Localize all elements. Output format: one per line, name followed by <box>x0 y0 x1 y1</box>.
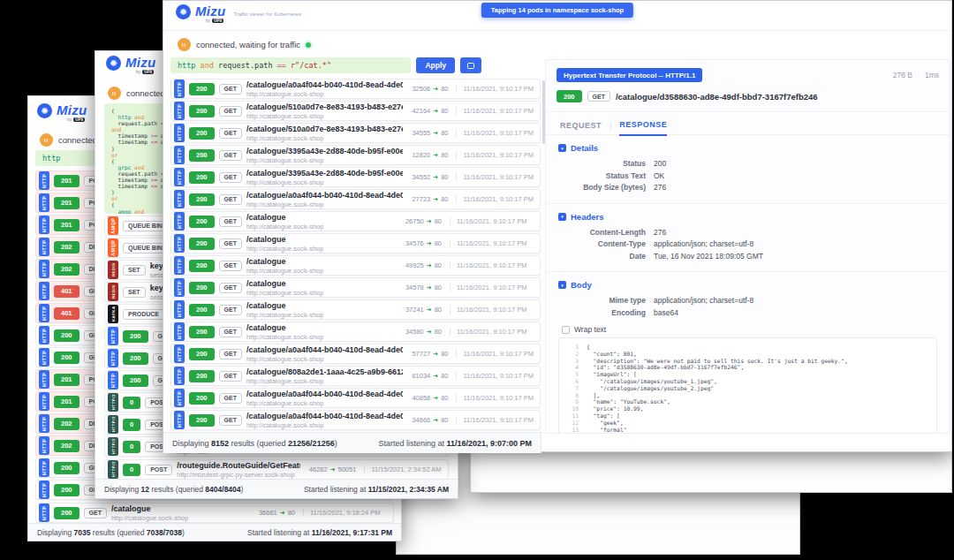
traffic-entry[interactable]: HTTP200GET/catalogue/3395a43e-2d88-40de-… <box>170 145 541 165</box>
code-text: "/catalogue/images/youtube_1.jpeg", <box>587 378 717 384</box>
method-badge: GET <box>219 393 242 404</box>
traffic-entry[interactable]: HTTP200GET/catalogue/a0a4f044-b040-410d-… <box>170 79 541 99</box>
code-line: 11 "tag": [ <box>566 412 929 420</box>
traffic-entry[interactable]: HTTP200GET/catalogue/a0a4f044-b040-410d-… <box>170 410 541 430</box>
traffic-entry[interactable]: HTTP200GET/catalogue/510a0d7e-8e83-4193-… <box>170 123 541 143</box>
method-badge: GET <box>219 194 242 205</box>
ports: 32506➜80 <box>412 85 448 93</box>
traffic-entry[interactable]: HTTP200GET/catalogue/a0a4f044-b040-410d-… <box>170 344 541 364</box>
code-text: "imageUrl": [ <box>587 371 637 377</box>
status-badge: 0 <box>123 441 140 453</box>
pause-icon[interactable]: II <box>108 87 121 100</box>
code-line: 10 "price": 10.99, <box>566 405 929 412</box>
status-badge: 201 <box>54 219 80 231</box>
src-port: 12820 <box>412 151 430 159</box>
tab-response[interactable]: RESPONSE <box>619 120 667 136</box>
entry-timestamp: 11/16/2021, 9:10:17 PM <box>456 394 534 402</box>
traffic-entry[interactable]: HTTP200GET/catalogue/808a2de1-1aaa-4c25-… <box>170 366 541 386</box>
line-number: 12 <box>566 420 579 427</box>
traffic-entry[interactable]: HTTP200GET/cataloguehttp://catalogue.soc… <box>170 233 541 254</box>
kv-row: Mime typeapplication/json; charset=utf-8 <box>558 295 937 307</box>
line-number: 8 <box>566 392 579 399</box>
method-badge: GET <box>219 216 242 227</box>
traffic-entry[interactable]: HTTP200GET/catalogue/3395a43e-2d88-40de-… <box>170 167 541 187</box>
arrow-icon: ➜ <box>433 174 438 181</box>
traffic-entry[interactable]: HTTP200GET/catalogue/a0a4f044-b040-410d-… <box>170 189 541 209</box>
list-footer: Displaying 12 results (queried 8404/8404… <box>95 479 458 498</box>
status-badge: 0 <box>123 464 140 476</box>
kv-value: Tue, 16 Nov 2021 18:09:05 GMT <box>654 251 763 263</box>
status-badge: 201 <box>54 396 80 408</box>
pause-icon[interactable]: II <box>178 38 191 51</box>
entry-url: http://catalogue.sock-shop <box>246 112 404 120</box>
arrow-icon: ➜ <box>433 86 438 93</box>
protocol-tag: REDIS <box>108 283 118 301</box>
brand-by: by UP9 <box>206 18 226 23</box>
traffic-entry[interactable]: HTTP200GET/cataloguehttp://catalogue.soc… <box>170 255 541 276</box>
traffic-list-last-row: HTTP200GET/cataloguehttp://catalogue.soc… <box>35 503 394 525</box>
ports: 46282➜50051 <box>309 465 357 473</box>
entry-url: http://catalogue.sock-shop <box>246 399 404 407</box>
entry-timestamp: 11/16/2021, 9:10:17 PM <box>456 372 534 380</box>
method-badge: GET <box>219 172 242 183</box>
response-body-code[interactable]: 1{2 "count": 801,3 "description": "We we… <box>558 337 937 434</box>
method-badge: GET <box>219 84 242 95</box>
section-header[interactable]: ▾ Headers <box>558 212 937 222</box>
protocol-tag: HTTP <box>174 344 185 363</box>
entry-summary: /cataloguehttp://catalogue.sock-shop <box>246 257 324 275</box>
dst-port: 80 <box>441 350 448 358</box>
apply-button[interactable]: Apply <box>416 57 455 73</box>
protocol-tag: HTTP/2 <box>108 393 118 412</box>
traffic-entry[interactable]: HTTP200GET/cataloguehttp://catalogue.soc… <box>35 503 394 523</box>
entry-timestamp: 11/16/2021, 9:10:17 PM <box>450 261 534 269</box>
arrow-icon: ➜ <box>433 108 438 115</box>
method-badge: GET <box>219 327 242 337</box>
entry-path: /catalogue <box>246 301 324 310</box>
up9-logo: UP9 <box>212 19 223 23</box>
traffic-entry[interactable]: HTTP/20POST/routeguide.RouteGuide/GetFea… <box>104 459 449 480</box>
query-input[interactable]: http and request.path == r"/cat.*" <box>170 57 411 73</box>
protocol-tag: HTTP <box>39 348 49 367</box>
entry-path: /catalogue/3395a43e-2d88-40de-b95f-e00e1… <box>246 169 404 178</box>
method-badge: GET <box>219 371 242 382</box>
traffic-entry[interactable]: HTTP200GET/catalogue/510a0d7e-8e83-4193-… <box>170 101 541 121</box>
traffic-entry[interactable]: HTTP200GET/cataloguehttp://catalogue.soc… <box>170 211 541 231</box>
code-text: "price": 10.99, <box>587 405 643 412</box>
code-text: "geek", <box>587 420 624 426</box>
pause-icon[interactable]: II <box>40 133 53 147</box>
dst-port: 80 <box>441 173 448 181</box>
entry-summary: /cataloguehttp://catalogue.sock-shop <box>246 213 324 231</box>
protocol-tag: KAFKA <box>108 305 118 323</box>
section-header[interactable]: ▾ Body <box>558 280 937 290</box>
entry-timestamp: 11/16/2021, 9:10:17 PM <box>450 306 534 314</box>
code-line: 8 ], <box>566 392 929 399</box>
collapse-icon: ▾ <box>558 281 566 289</box>
status-badge: 201 <box>54 197 80 209</box>
kv-row: DateTue, 16 Nov 2021 18:09:05 GMT <box>558 251 937 263</box>
section-body: ▾ Body Mime typeapplication/json; charse… <box>546 271 950 434</box>
traffic-entry[interactable]: HTTP200GET/cataloguehttp://catalogue.soc… <box>170 299 541 320</box>
code-text: "count": 801, <box>587 351 637 357</box>
mizu-logo-icon: ✺ <box>106 56 121 71</box>
section-kv-rows: Content-Length276Content-Typeapplication… <box>558 227 937 263</box>
traffic-entry[interactable]: HTTP200GET/cataloguehttp://catalogue.soc… <box>170 277 541 298</box>
code-text: ] <box>587 433 596 434</box>
kv-row: Content-Typeapplication/json; charset=ut… <box>558 238 937 251</box>
entry-summary: /routeguide.RouteGuide/GetFeaturehttp://… <box>177 461 300 479</box>
src-port: 36661 <box>259 509 277 517</box>
entry-summary: /catalogue/a0a4f044-b040-410d-8ead-4de04… <box>246 191 404 208</box>
body-size: 276 B <box>893 71 912 79</box>
protocol-tag: HTTP <box>174 102 185 120</box>
tab-request[interactable]: REQUEST <box>560 121 602 135</box>
traffic-entry[interactable]: HTTP200GET/catalogue/a0a4f044-b040-410d-… <box>170 388 541 408</box>
filter-aux-button[interactable] <box>460 57 481 73</box>
section-header[interactable]: ▾ Details <box>558 143 937 153</box>
entry-path: /catalogue/3395a43e-2d88-40de-b95f-e00e1… <box>246 147 404 155</box>
entry-timestamp: 11/16/2021, 9:10:17 PM <box>450 217 534 225</box>
protocol-tag: HTTP <box>174 146 185 164</box>
wrap-text-checkbox[interactable] <box>562 326 570 334</box>
protocol-tag: HTTP <box>39 171 49 190</box>
arrow-icon: ➜ <box>433 130 438 137</box>
kv-value: 276 <box>654 182 666 194</box>
traffic-entry[interactable]: HTTP200GET/cataloguehttp://catalogue.soc… <box>170 322 541 342</box>
